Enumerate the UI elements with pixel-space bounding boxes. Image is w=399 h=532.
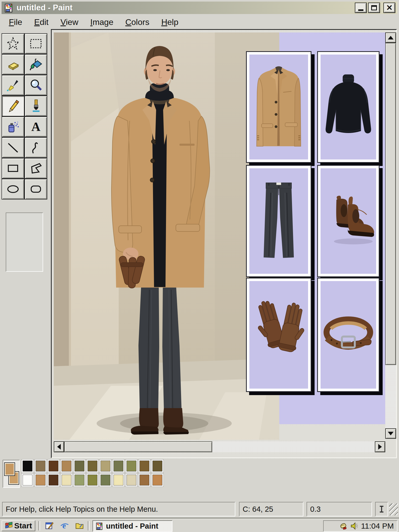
horizontal-scroll-track[interactable] xyxy=(212,441,375,452)
outfit-card-turtleneck xyxy=(317,51,380,163)
horizontal-scroll-thumb[interactable] xyxy=(64,441,212,452)
task-button-paint[interactable]: untitled - Paint xyxy=(92,520,172,532)
palette-swatch[interactable] xyxy=(34,459,47,473)
palette-swatch[interactable] xyxy=(138,459,151,473)
palette-swatch[interactable] xyxy=(138,473,151,487)
resize-grip[interactable] xyxy=(389,503,398,515)
vertical-scroll-thumb[interactable] xyxy=(385,43,396,365)
quicklaunch-document-edit-button[interactable] xyxy=(45,521,54,530)
palette-swatch[interactable] xyxy=(99,473,112,487)
tool-line-button[interactable] xyxy=(2,137,24,158)
current-colors-indicator[interactable] xyxy=(3,460,20,488)
tool-free-select-button[interactable] xyxy=(2,33,24,54)
maximize-button[interactable] xyxy=(368,3,380,13)
paint-app-icon xyxy=(4,3,14,13)
windows-logo-icon xyxy=(5,522,13,530)
palette-swatch[interactable] xyxy=(99,459,112,473)
outfit-card-boots xyxy=(317,165,380,277)
title-bar: untitled - Paint ✕ xyxy=(2,2,397,14)
palette-swatch[interactable] xyxy=(125,473,138,487)
minimize-icon xyxy=(358,9,363,11)
palette-swatch[interactable] xyxy=(151,459,164,473)
palette-swatch[interactable] xyxy=(112,473,125,487)
free-select-icon xyxy=(6,36,20,51)
palette-swatch[interactable] xyxy=(86,473,99,487)
tool-pick-color-button[interactable] xyxy=(2,75,24,96)
tool-airbrush-button[interactable] xyxy=(2,116,24,137)
palette-swatch[interactable] xyxy=(73,459,86,473)
minimize-button[interactable] xyxy=(355,3,367,13)
menu-image[interactable]: Image xyxy=(90,17,113,27)
arrow-right-icon xyxy=(378,444,382,450)
tool-polygon-button[interactable] xyxy=(24,158,47,179)
status-size-panel xyxy=(375,502,388,516)
taskbar-separator xyxy=(88,521,89,530)
tool-curve-button[interactable] xyxy=(24,137,47,158)
palette-swatch[interactable] xyxy=(112,459,125,473)
palette-swatch[interactable] xyxy=(34,473,47,487)
palette-swatch[interactable] xyxy=(21,459,34,473)
menu-colors[interactable]: Colors xyxy=(125,17,149,27)
eraser-icon xyxy=(6,57,20,72)
close-button[interactable]: ✕ xyxy=(383,3,395,13)
vertical-scroll-track[interactable] xyxy=(385,365,396,428)
scroll-right-button[interactable] xyxy=(375,441,385,452)
outfit-card-belt xyxy=(317,278,380,392)
fill-icon xyxy=(29,57,43,72)
palette-swatch[interactable] xyxy=(60,459,73,473)
palette-swatch[interactable] xyxy=(125,459,138,473)
belt-image xyxy=(321,308,376,362)
palette-swatch[interactable] xyxy=(21,473,34,487)
menu-file[interactable]: File xyxy=(9,17,22,27)
svg-text:e: e xyxy=(62,521,66,530)
tool-text-button[interactable]: A xyxy=(24,116,47,137)
pencil-icon xyxy=(6,99,20,113)
quicklaunch-internet-explorer-button[interactable]: e xyxy=(60,521,69,530)
line-icon xyxy=(6,140,20,155)
tool-pencil-button[interactable] xyxy=(2,96,24,116)
man-figure-photo xyxy=(54,32,279,440)
palette-swatch[interactable] xyxy=(86,459,99,473)
scroll-left-button[interactable] xyxy=(54,441,64,452)
rounded-rectangle-icon xyxy=(29,182,43,196)
palette-swatch[interactable] xyxy=(60,473,73,487)
airbrush-icon xyxy=(6,119,20,134)
palette-swatch[interactable] xyxy=(151,473,164,487)
menu-view[interactable]: View xyxy=(61,17,78,27)
svg-text:A: A xyxy=(31,120,41,134)
canvas-photo[interactable] xyxy=(54,32,279,440)
head-and-turtleneck xyxy=(144,46,175,101)
tool-ellipse-button[interactable] xyxy=(2,179,24,200)
tool-rectangle-button[interactable] xyxy=(2,158,24,179)
horizontal-scrollbar xyxy=(54,441,385,452)
tool-brush-button[interactable] xyxy=(24,96,47,116)
tool-options-box[interactable] xyxy=(6,212,43,272)
tool-select-button[interactable] xyxy=(24,33,47,54)
select-icon xyxy=(29,36,43,51)
tool-fill-button[interactable] xyxy=(24,54,47,75)
folder-icon xyxy=(75,521,84,530)
task-button-label: untitled - Paint xyxy=(106,522,158,530)
scroll-up-button[interactable] xyxy=(385,32,396,43)
menu-help[interactable]: Help xyxy=(161,17,178,27)
scroll-down-button[interactable] xyxy=(385,428,396,439)
turtleneck-image xyxy=(322,68,374,146)
quicklaunch-folder-button[interactable] xyxy=(75,521,84,530)
volume-icon[interactable] xyxy=(350,522,358,530)
tool-rounded-rectangle-button[interactable] xyxy=(24,179,47,200)
tray-scheduler-icon[interactable] xyxy=(339,522,348,530)
tray-clock[interactable]: 11:04 PM xyxy=(361,522,394,530)
start-button[interactable]: Start xyxy=(2,520,35,531)
internet-explorer-icon: e xyxy=(60,521,69,530)
palette-swatch[interactable] xyxy=(73,473,86,487)
tool-eraser-button[interactable] xyxy=(2,54,24,75)
outfit-card-trousers xyxy=(246,165,311,277)
status-help-text: For Help, click Help Topics on the Help … xyxy=(6,505,158,514)
palette-swatch[interactable] xyxy=(47,459,60,473)
status-coordinates: C: 64, 25 xyxy=(243,505,273,514)
arrow-left-icon xyxy=(57,444,61,450)
tool-magnifier-button[interactable] xyxy=(24,75,47,96)
palette-swatch[interactable] xyxy=(47,473,60,487)
status-zoom-value: 0.3 xyxy=(310,505,321,514)
menu-edit[interactable]: Edit xyxy=(34,17,49,27)
